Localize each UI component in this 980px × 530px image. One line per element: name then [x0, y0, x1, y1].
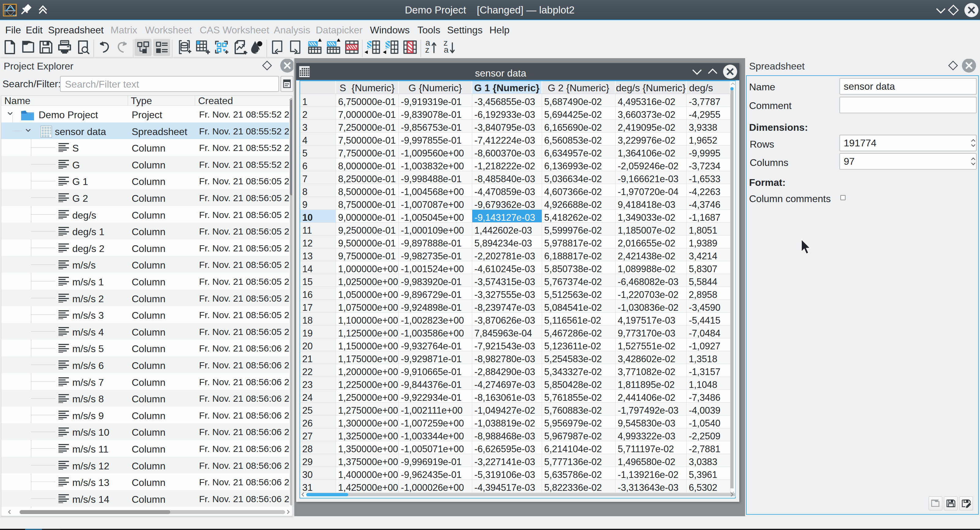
svg-text:z: z: [425, 45, 430, 54]
svg-text:a: a: [444, 45, 449, 54]
